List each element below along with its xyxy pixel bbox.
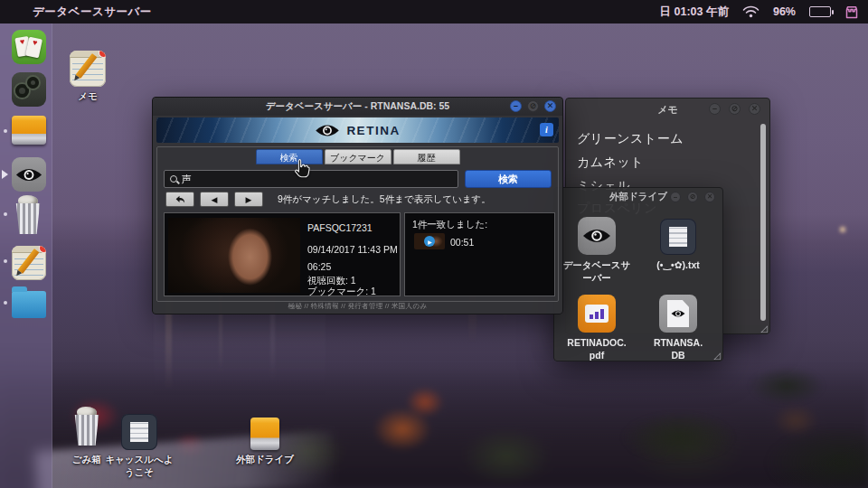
text-file-icon	[121, 414, 157, 450]
file-database-server[interactable]: データベースサーバー	[561, 217, 632, 284]
note-entry[interactable]: カムネット	[577, 155, 644, 171]
castle-icon[interactable]	[844, 5, 859, 19]
settings-app-icon[interactable]	[12, 72, 46, 107]
icon-label: 外部ドライブ	[235, 454, 295, 466]
file-retinadoc-pdf[interactable]: RETINADOC.pdf	[561, 295, 632, 361]
notes-icon	[70, 51, 106, 87]
notification-badge	[39, 246, 46, 253]
video-thumbnail[interactable]	[168, 218, 300, 293]
close-button[interactable]: ✕	[704, 192, 715, 202]
desktop-icon-drive[interactable]: 外部ドライブ	[235, 418, 295, 466]
brand-name: RETINA	[346, 124, 400, 137]
next-button[interactable]: ▶	[234, 192, 263, 207]
matches-panel: 1件一致しました: ▶ 00:51	[404, 212, 555, 296]
desktop-icon-trash[interactable]: ごみ箱	[63, 407, 110, 466]
maximize-button[interactable]: ⊘	[729, 103, 741, 115]
running-indicator	[4, 129, 7, 133]
tab-bookmarks[interactable]: ブックマーク	[325, 149, 392, 164]
resize-handle[interactable]: ◿	[760, 324, 768, 333]
close-button[interactable]: ✕	[544, 100, 556, 112]
search-button[interactable]: 検索	[465, 170, 552, 188]
maximize-button[interactable]: ⊘	[527, 100, 539, 112]
file-label: (•‿•✿).txt	[643, 258, 713, 271]
active-app-title: データベースサーバー	[33, 5, 152, 20]
classification-footer: 極秘 // 特殊情報 // 発行者管理 // 米国人のみ	[153, 302, 562, 311]
running-indicator	[4, 259, 7, 263]
retina-banner: RETINA i	[156, 117, 559, 143]
active-indicator	[2, 170, 8, 179]
dock: ♥ ♥	[0, 23, 52, 488]
results-panel: PAFSQC17231 09/14/2017 11:43 PM 06:25 視聴…	[164, 212, 401, 296]
notification-badge	[99, 51, 106, 58]
window-controls: – ⊘ ✕	[670, 192, 715, 202]
icon-label: メモ	[67, 90, 108, 103]
desktop-screen: データベースサーバー 日 01:03 午前 96% ♥ ♥	[0, 0, 868, 488]
maximize-button[interactable]: ⊘	[687, 192, 698, 202]
search-icon	[170, 175, 177, 183]
search-query-text: 声	[182, 173, 192, 186]
scrollbar[interactable]	[760, 124, 766, 321]
desktop-icon-castle[interactable]: キャッスルへようこそ	[105, 414, 174, 478]
match-thumbnail[interactable]: ▶	[414, 233, 445, 249]
resize-handle[interactable]: ◿	[713, 352, 721, 361]
window-controls: – ⊘ ✕	[510, 100, 556, 112]
running-indicator	[4, 212, 7, 216]
desktop-icon-memo[interactable]: メモ	[67, 51, 108, 103]
retina-database-dock-icon[interactable]	[12, 157, 46, 192]
search-row: 声 検索	[164, 170, 552, 188]
video-bookmarks: ブックマーク: 1	[307, 286, 376, 298]
trash-icon	[71, 407, 103, 450]
trash-dock-icon[interactable]	[12, 195, 46, 237]
icon-label: キャッスルへようこそ	[105, 454, 174, 478]
matches-header: 1件一致しました:	[412, 219, 487, 231]
hand-cursor	[291, 157, 313, 181]
close-button[interactable]: ✕	[749, 103, 760, 115]
pdf-file-icon	[578, 295, 616, 333]
notes-dock-icon[interactable]	[12, 246, 46, 280]
video-datetime: 09/14/2017 11:43 PM	[307, 244, 398, 255]
match-timestamp[interactable]: 00:51	[450, 237, 474, 248]
video-id: PAFSQC17231	[307, 222, 373, 233]
clock[interactable]: 日 01:03 午前	[660, 5, 729, 20]
result-count-status: 9件がマッチしました。5件まで表示しています。	[278, 193, 491, 206]
tab-history[interactable]: 履歴	[393, 149, 460, 164]
undo-arrow-icon	[175, 195, 186, 204]
battery-icon[interactable]	[809, 6, 831, 17]
nav-row: ◀ ▶ 9件がマッチしました。5件まで表示しています。	[165, 192, 491, 207]
drive-window: 外部ドライブ – ⊘ ✕ データベースサーバー (•‿•✿).txt	[553, 187, 723, 361]
info-button[interactable]: i	[540, 123, 553, 136]
files-dock-icon[interactable]	[12, 291, 46, 318]
eye-icon	[671, 309, 685, 318]
note-entry[interactable]: グリーンストーム	[577, 131, 684, 147]
prev-button[interactable]: ◀	[200, 192, 229, 207]
tab-bar: 検索 ブックマーク 履歴	[153, 149, 562, 164]
eye-icon	[582, 227, 611, 245]
eye-icon	[15, 166, 42, 183]
minimize-button[interactable]: –	[709, 103, 721, 115]
text-file-icon	[660, 219, 696, 255]
icon-label: ごみ箱	[63, 454, 110, 466]
play-icon: ▶	[424, 236, 435, 247]
solitaire-app-icon[interactable]: ♥ ♥	[12, 30, 46, 64]
file-label: データベースサーバー	[561, 258, 632, 284]
minimize-button[interactable]: –	[510, 100, 522, 112]
wifi-icon[interactable]	[742, 5, 760, 18]
running-indicator	[4, 301, 7, 305]
battery-percent: 96%	[773, 5, 796, 18]
file-label: RETINADOC.pdf	[565, 336, 628, 361]
retina-eye-logo	[315, 123, 340, 138]
file-label: RTNANSA.DB	[653, 336, 703, 361]
database-window: データベースサーバー - RTNANSA.DB: 55 – ⊘ ✕ RETINA…	[152, 97, 563, 314]
database-titlebar[interactable]: データベースサーバー - RTNANSA.DB: 55	[153, 98, 562, 116]
db-file-icon	[659, 295, 697, 333]
top-bar: データベースサーバー 日 01:03 午前 96%	[0, 0, 868, 23]
minimize-button[interactable]: –	[670, 192, 681, 202]
drive-icon	[250, 418, 279, 450]
retina-app-icon	[578, 217, 616, 255]
undo-button[interactable]	[165, 192, 194, 207]
window-controls: – ⊘ ✕	[709, 103, 760, 115]
video-duration: 06:25	[307, 261, 331, 272]
external-drive-dock-icon[interactable]	[12, 116, 46, 145]
file-rtnansa-db[interactable]: RTNANSA.DB	[643, 295, 713, 361]
file-txt[interactable]: (•‿•✿).txt	[643, 219, 713, 271]
